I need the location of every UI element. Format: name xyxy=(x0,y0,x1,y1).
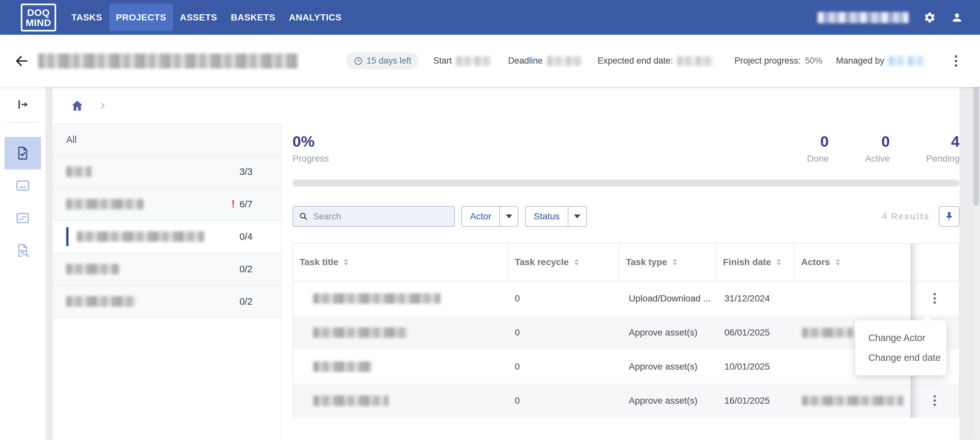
status-filter-label: Status xyxy=(525,207,568,226)
column-header-finish-date[interactable]: Finish date xyxy=(716,244,795,281)
actors-cell xyxy=(795,281,910,315)
logo-line-2: MIND xyxy=(25,17,51,28)
pending-label: Pending xyxy=(926,154,959,164)
table-header-row: Task title Task recycle Task type F xyxy=(293,243,959,281)
group-row-5[interactable]: 0/2 xyxy=(52,286,281,318)
redacted-group-name xyxy=(66,264,119,274)
filter-toolbar: Actor Status 4 Results xyxy=(293,206,959,227)
group-row-all[interactable]: All xyxy=(52,124,281,156)
project-header: 15 days left Start Deadline Expected end… xyxy=(0,35,980,87)
group-count: 0/2 xyxy=(240,264,253,275)
column-header-actors[interactable]: Actors xyxy=(795,244,910,281)
search-input[interactable] xyxy=(313,211,448,222)
app-window: DOQ MIND TASKS PROJECTS ASSETS BASKETS A… xyxy=(0,0,980,440)
redacted-task-title xyxy=(313,327,407,338)
sort-icon[interactable] xyxy=(574,258,579,266)
sort-icon[interactable] xyxy=(343,258,349,266)
managed-by-label: Managed by xyxy=(836,56,885,66)
days-left-badge: 15 days left xyxy=(347,52,418,70)
active-label: Active xyxy=(865,154,890,164)
expected-end-group: Expected end date: xyxy=(598,56,714,66)
redacted-task-title xyxy=(313,396,388,406)
nav-item-analytics[interactable]: ANALYTICS xyxy=(282,3,348,31)
document-search-icon xyxy=(15,243,30,258)
nav-item-tasks[interactable]: TASKS xyxy=(65,3,109,31)
active-count: 0 xyxy=(865,132,890,150)
expand-panel-icon[interactable] xyxy=(16,98,29,111)
settings-gear-icon[interactable] xyxy=(924,11,936,24)
breadcrumb xyxy=(52,87,959,124)
group-row-4[interactable]: 0/2 xyxy=(52,253,281,286)
sort-icon[interactable] xyxy=(835,258,841,266)
redacted-task-title xyxy=(313,362,372,372)
pin-column-button[interactable] xyxy=(939,206,959,227)
expected-end-label: Expected end date: xyxy=(598,56,673,66)
task-type-cell: Approve asset(s) xyxy=(619,349,716,384)
column-header-task-type[interactable]: Task type xyxy=(619,244,716,281)
project-progress-label: Project progress: xyxy=(734,56,800,66)
back-arrow-icon[interactable] xyxy=(14,54,29,68)
project-progress-value: 50% xyxy=(805,56,822,66)
rail-divider xyxy=(6,122,39,123)
card-body: All 3/3 !6/7 0/4 xyxy=(52,124,959,440)
column-header-task-title[interactable]: Task title xyxy=(293,244,508,281)
group-row-1[interactable]: 3/3 xyxy=(52,156,281,188)
main-nav: TASKS PROJECTS ASSETS BASKETS ANALYTICS xyxy=(65,3,348,31)
document-check-icon xyxy=(15,145,30,161)
image-icon xyxy=(15,178,30,194)
status-counters: 0 Done 0 Active 4 Pending xyxy=(807,132,959,164)
rail-tab-tasks[interactable] xyxy=(5,137,41,169)
redacted-manager-name xyxy=(888,56,927,66)
status-filter-caret[interactable] xyxy=(568,207,586,226)
menu-item-change-actor[interactable]: Change Actor xyxy=(855,328,947,348)
card-lines-icon xyxy=(15,210,30,226)
content-card: All 3/3 !6/7 0/4 xyxy=(52,87,960,440)
actor-filter-button[interactable]: Actor xyxy=(461,206,519,227)
caret-down-icon xyxy=(506,214,512,218)
sort-icon[interactable] xyxy=(672,258,678,266)
redacted-username xyxy=(818,12,908,23)
actor-filter-label: Actor xyxy=(462,207,499,226)
user-profile-icon[interactable] xyxy=(951,11,963,24)
rail-tab-assets[interactable] xyxy=(5,169,41,202)
nav-item-assets[interactable]: ASSETS xyxy=(173,3,224,31)
group-row-3-selected[interactable]: 0/4 xyxy=(52,221,281,253)
progress-percent: 0% xyxy=(293,132,329,150)
search-box[interactable] xyxy=(293,206,455,227)
nav-item-projects[interactable]: PROJECTS xyxy=(109,3,173,31)
redacted-expected-end-date xyxy=(677,56,713,66)
task-recycle-cell: 0 xyxy=(508,315,619,349)
row-overflow-menu-button[interactable] xyxy=(931,392,939,408)
rail-tab-briefs[interactable] xyxy=(5,202,41,234)
done-stat: 0 Done xyxy=(807,132,829,164)
task-type-cell: Approve asset(s) xyxy=(619,315,716,349)
redacted-group-name xyxy=(66,167,92,177)
redacted-project-title xyxy=(38,54,298,68)
group-row-2[interactable]: !6/7 xyxy=(52,188,281,221)
column-header-task-recycle[interactable]: Task recycle xyxy=(508,244,619,281)
table-row[interactable]: 0 Upload/Download ... 31/12/2024 xyxy=(293,281,959,315)
finish-date-cell: 10/01/2025 xyxy=(716,349,795,384)
pending-count: 4 xyxy=(926,132,959,150)
nav-item-baskets[interactable]: BASKETS xyxy=(224,3,282,31)
start-date-group: Start xyxy=(433,56,491,66)
table-row[interactable]: 0 Approve asset(s) 16/01/2025 xyxy=(293,384,959,418)
logo-line-1: DOQ xyxy=(25,8,51,17)
row-overflow-menu-button[interactable] xyxy=(931,291,939,306)
status-filter-button[interactable]: Status xyxy=(525,206,587,227)
menu-item-change-end-date[interactable]: Change end date xyxy=(855,348,947,368)
group-all-label: All xyxy=(66,134,76,145)
home-icon[interactable] xyxy=(70,99,84,113)
sort-icon[interactable] xyxy=(776,258,782,266)
results-count: 4 Results xyxy=(882,211,930,222)
finish-date-cell: 06/01/2025 xyxy=(716,315,795,349)
actor-filter-caret[interactable] xyxy=(500,207,518,226)
rail-tab-document-search[interactable] xyxy=(5,234,41,267)
top-nav-bar: DOQ MIND TASKS PROJECTS ASSETS BASKETS A… xyxy=(0,0,980,35)
redacted-start-date xyxy=(456,56,491,66)
project-overflow-menu-button[interactable] xyxy=(952,52,960,70)
app-logo[interactable]: DOQ MIND xyxy=(21,3,56,32)
alert-exclamation-icon: ! xyxy=(231,198,235,210)
selected-indicator-bar xyxy=(66,227,68,246)
search-icon xyxy=(299,212,308,221)
